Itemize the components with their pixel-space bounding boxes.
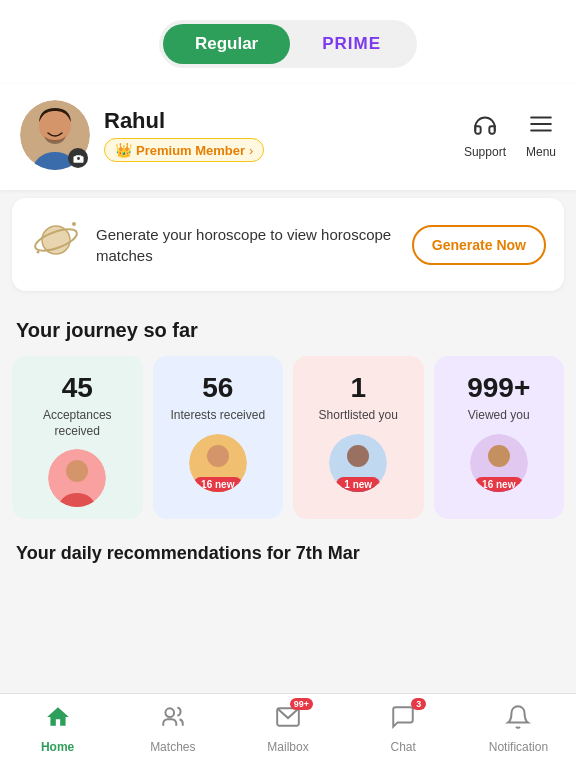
nav-mailbox[interactable]: 99+ Mailbox (230, 704, 345, 754)
interests-number: 56 (202, 372, 233, 404)
shortlisted-new-badge: 1 new (336, 477, 380, 492)
chat-icon: 3 (390, 704, 416, 736)
generate-now-button[interactable]: Generate Now (412, 225, 546, 265)
top-tabs: Regular PRIME (0, 0, 576, 84)
nav-chat-label: Chat (391, 740, 416, 754)
viewed-new-badge: 16 new (474, 477, 523, 492)
horoscope-icon (30, 214, 82, 275)
nav-home[interactable]: Home (0, 704, 115, 754)
support-label: Support (464, 145, 506, 159)
svg-point-14 (207, 445, 229, 467)
menu-icon (528, 111, 554, 143)
viewed-avatar: 16 new (470, 434, 528, 492)
mailbox-badge: 99+ (290, 698, 313, 710)
svg-point-8 (72, 222, 76, 226)
matches-icon (160, 704, 186, 736)
daily-reco-title: Your daily recommendations for 7th Mar (0, 535, 576, 568)
bottom-nav: Home Matches 99+ Mailbox 3 (0, 693, 576, 768)
notification-icon (505, 704, 531, 736)
nav-notification-label: Notification (489, 740, 548, 754)
interests-avatar: 16 new (189, 434, 247, 492)
profile-name: Rahul (104, 108, 450, 134)
shortlisted-avatar: 1 new (329, 434, 387, 492)
support-button[interactable]: Support (464, 111, 506, 159)
svg-point-2 (39, 110, 71, 142)
nav-chat[interactable]: 3 Chat (346, 704, 461, 754)
svg-point-11 (66, 460, 88, 482)
chat-badge: 3 (411, 698, 426, 710)
support-icon (472, 111, 498, 143)
stat-card-shortlisted[interactable]: 1 Shortlisted you 1 new (293, 356, 424, 519)
journey-title: Your journey so far (0, 299, 576, 356)
horoscope-banner: Generate your horoscope to view horoscop… (12, 198, 564, 291)
nav-mailbox-label: Mailbox (267, 740, 308, 754)
shortlisted-number: 1 (350, 372, 366, 404)
profile-info: Rahul 👑 Premium Member › (104, 108, 450, 162)
avatar-wrap[interactable] (20, 100, 90, 170)
tab-pill-container: Regular PRIME (159, 20, 417, 68)
menu-button[interactable]: Menu (526, 111, 556, 159)
crown-icon: 👑 (115, 142, 132, 158)
interests-new-badge: 16 new (193, 477, 242, 492)
nav-home-label: Home (41, 740, 74, 754)
premium-badge-text: Premium Member (136, 143, 245, 158)
stat-card-acceptances[interactable]: 45 Acceptances received (12, 356, 143, 519)
svg-point-22 (165, 708, 174, 717)
home-icon (45, 704, 71, 736)
premium-badge-arrow: › (249, 143, 253, 158)
horoscope-text: Generate your horoscope to view horoscop… (96, 224, 398, 266)
stat-card-viewed[interactable]: 999+ Viewed you 16 new (434, 356, 565, 519)
nav-matches[interactable]: Matches (115, 704, 230, 754)
nav-matches-label: Matches (150, 740, 195, 754)
mailbox-icon: 99+ (275, 704, 301, 736)
main-content: Regular PRIME (0, 0, 576, 648)
premium-badge[interactable]: 👑 Premium Member › (104, 138, 264, 162)
profile-card: Rahul 👑 Premium Member › Support (0, 84, 576, 190)
shortlisted-label: Shortlisted you (319, 408, 398, 424)
interests-label: Interests received (170, 408, 265, 424)
viewed-label: Viewed you (468, 408, 530, 424)
acceptances-avatar (48, 449, 106, 507)
stat-card-interests[interactable]: 56 Interests received 16 new (153, 356, 284, 519)
menu-label: Menu (526, 145, 556, 159)
tab-regular[interactable]: Regular (163, 24, 290, 64)
tab-prime[interactable]: PRIME (290, 24, 413, 64)
header-actions: Support Menu (464, 111, 556, 159)
viewed-number: 999+ (467, 372, 530, 404)
camera-badge[interactable] (68, 148, 88, 168)
nav-notification[interactable]: Notification (461, 704, 576, 754)
svg-point-9 (37, 251, 40, 254)
svg-point-17 (347, 445, 369, 467)
stats-grid: 45 Acceptances received 56 Interests rec… (0, 356, 576, 535)
svg-point-20 (488, 445, 510, 467)
acceptances-label: Acceptances received (22, 408, 133, 439)
acceptances-number: 45 (62, 372, 93, 404)
